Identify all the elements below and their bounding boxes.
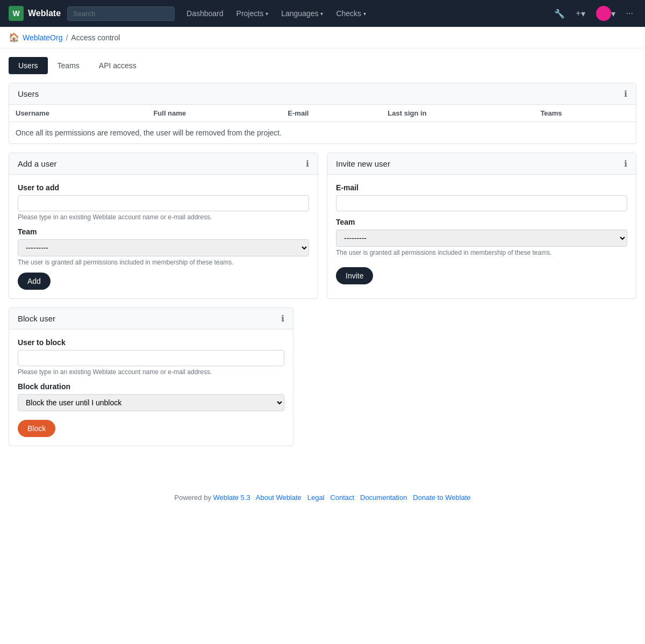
avatar-chevron-icon: ▾ bbox=[611, 9, 615, 19]
avatar bbox=[596, 6, 611, 21]
col-username: Username bbox=[9, 105, 147, 122]
footer-docs-link[interactable]: Documentation bbox=[360, 493, 407, 502]
add-user-team-group: Team --------- The user is granted all p… bbox=[18, 227, 309, 266]
more-icon: ··· bbox=[626, 9, 633, 18]
brand-logo-icon: W bbox=[9, 6, 24, 21]
invite-team-select[interactable]: --------- bbox=[336, 230, 627, 247]
invite-team-hint: The user is granted all permissions incl… bbox=[336, 249, 627, 256]
footer-donate-link[interactable]: Donate to Weblate bbox=[413, 493, 470, 502]
users-table: Username Full name E-mail Last sign in T… bbox=[9, 105, 636, 122]
invite-user-title: Invite new user bbox=[336, 159, 390, 168]
invite-email-group: E-mail bbox=[336, 183, 627, 211]
breadcrumb-current: Access control bbox=[71, 33, 120, 42]
users-info-icon[interactable]: ℹ bbox=[624, 89, 627, 99]
search-input[interactable] bbox=[67, 6, 175, 21]
brand-logo-link[interactable]: W Weblate bbox=[9, 6, 61, 21]
add-user-header: Add a user ℹ bbox=[9, 153, 318, 175]
invite-email-input[interactable] bbox=[336, 195, 627, 211]
add-user-body: User to add Please type in an existing W… bbox=[9, 175, 318, 298]
add-button[interactable]: + ▾ bbox=[572, 5, 588, 22]
add-user-section: Add a user ℹ User to add Please type in … bbox=[9, 153, 318, 299]
add-user-title: Add a user bbox=[18, 159, 57, 168]
breadcrumb-separator: / bbox=[66, 33, 68, 42]
nav-languages[interactable]: Languages ▾ bbox=[276, 6, 328, 21]
nav-checks[interactable]: Checks ▾ bbox=[331, 6, 371, 21]
invite-team-label: Team bbox=[336, 218, 627, 226]
version-link[interactable]: Weblate 5.3 bbox=[213, 493, 250, 502]
invite-email-label: E-mail bbox=[336, 183, 627, 192]
add-chevron-icon: ▾ bbox=[581, 9, 585, 19]
search-box bbox=[67, 6, 175, 21]
user-to-block-input[interactable] bbox=[18, 350, 284, 366]
add-user-team-label: Team bbox=[18, 227, 309, 236]
add-user-team-select[interactable]: --------- bbox=[18, 239, 309, 256]
invite-user-info-icon[interactable]: ℹ bbox=[624, 159, 627, 169]
invite-user-body: E-mail Team --------- The user is grante… bbox=[327, 175, 636, 293]
user-to-block-hint: Please type in an existing Weblate accou… bbox=[18, 368, 284, 376]
languages-chevron-icon: ▾ bbox=[320, 11, 323, 17]
add-user-button[interactable]: Add bbox=[18, 273, 51, 290]
tab-users[interactable]: Users bbox=[9, 57, 48, 74]
user-to-add-hint: Please type in an existing Weblate accou… bbox=[18, 213, 309, 221]
tab-teams[interactable]: Teams bbox=[48, 57, 89, 74]
user-to-block-label: User to block bbox=[18, 338, 284, 347]
footer: Powered by Weblate 5.3 About Weblate Leg… bbox=[0, 481, 645, 514]
footer-about-link[interactable]: About Weblate bbox=[256, 493, 302, 502]
users-info-message: Once all its permissions are removed, th… bbox=[9, 122, 636, 144]
block-user-title: Block user bbox=[18, 314, 55, 323]
tabs: Users Teams API access bbox=[9, 57, 636, 74]
block-user-header: Block user ℹ bbox=[9, 308, 293, 330]
invite-button[interactable]: Invite bbox=[336, 267, 373, 284]
footer-contact-link[interactable]: Contact bbox=[330, 493, 354, 502]
users-section: Users ℹ Username Full name E-mail Last s… bbox=[9, 83, 636, 144]
block-duration-group: Block duration Block the user until I un… bbox=[18, 382, 284, 411]
plus-icon: + bbox=[576, 9, 580, 18]
add-invite-row: Add a user ℹ User to add Please type in … bbox=[9, 153, 636, 307]
avatar-button[interactable]: ▾ bbox=[593, 3, 619, 24]
user-to-add-input[interactable] bbox=[18, 195, 309, 211]
tools-button[interactable]: 🔧 bbox=[551, 5, 568, 22]
nav-projects[interactable]: Projects ▾ bbox=[231, 6, 274, 21]
breadcrumb-org-icon: 🏠 bbox=[9, 32, 19, 42]
block-duration-select[interactable]: Block the user until I unblock bbox=[18, 394, 284, 411]
breadcrumb-org-link[interactable]: WeblateOrg bbox=[23, 33, 62, 42]
user-to-add-label: User to add bbox=[18, 183, 309, 192]
nav-links: Dashboard Projects ▾ Languages ▾ Checks … bbox=[181, 6, 544, 21]
footer-legal-link[interactable]: Legal bbox=[307, 493, 325, 502]
tab-api-access[interactable]: API access bbox=[89, 57, 146, 74]
checks-chevron-icon: ▾ bbox=[363, 11, 366, 17]
user-to-block-group: User to block Please type in an existing… bbox=[18, 338, 284, 376]
add-user-team-hint: The user is granted all permissions incl… bbox=[18, 259, 309, 266]
nav-actions: 🔧 + ▾ ▾ ··· bbox=[551, 3, 636, 24]
wrench-icon: 🔧 bbox=[554, 9, 565, 19]
invite-user-header: Invite new user ℹ bbox=[327, 153, 636, 175]
powered-by-text: Powered by bbox=[174, 493, 211, 502]
invite-user-section: Invite new user ℹ E-mail Team --------- … bbox=[327, 153, 636, 299]
projects-chevron-icon: ▾ bbox=[266, 11, 268, 17]
users-section-header: Users ℹ bbox=[9, 83, 636, 105]
users-section-title: Users bbox=[18, 89, 39, 98]
block-user-body: User to block Please type in an existing… bbox=[9, 330, 293, 446]
breadcrumb: 🏠 WeblateOrg / Access control bbox=[0, 27, 645, 48]
col-fullname: Full name bbox=[147, 105, 281, 122]
brand-name: Weblate bbox=[28, 9, 61, 18]
invite-team-group: Team --------- The user is granted all p… bbox=[336, 218, 627, 256]
block-button[interactable]: Block bbox=[18, 420, 55, 437]
nav-dashboard[interactable]: Dashboard bbox=[181, 6, 229, 21]
add-user-info-icon[interactable]: ℹ bbox=[306, 159, 309, 169]
block-user-section: Block user ℹ User to block Please type i… bbox=[9, 307, 293, 446]
user-to-add-group: User to add Please type in an existing W… bbox=[18, 183, 309, 221]
more-options-button[interactable]: ··· bbox=[623, 5, 636, 22]
col-teams: Teams bbox=[534, 105, 636, 122]
block-button-wrapper: Block bbox=[18, 420, 284, 437]
col-last-signin: Last sign in bbox=[381, 105, 534, 122]
block-duration-label: Block duration bbox=[18, 382, 284, 391]
block-user-info-icon[interactable]: ℹ bbox=[281, 313, 284, 324]
col-email: E-mail bbox=[281, 105, 381, 122]
